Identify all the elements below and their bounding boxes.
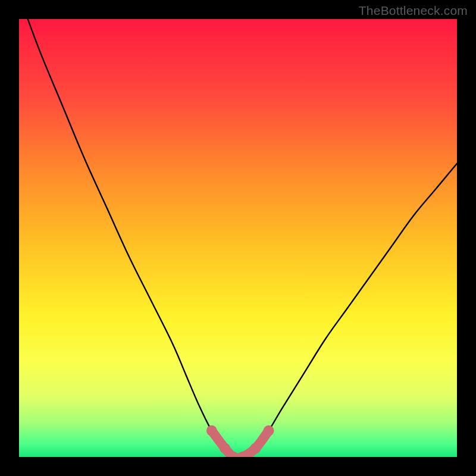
- bottleneck-curve-svg: [19, 19, 457, 457]
- plot-area: [19, 19, 457, 457]
- chart-frame: TheBottleneck.com: [0, 0, 476, 476]
- optimal-point-dot: [250, 443, 261, 453]
- optimal-point-dot: [206, 425, 217, 436]
- optimal-point-dot: [264, 425, 274, 436]
- bottleneck-curve: [28, 19, 457, 457]
- optimal-point-dot: [220, 443, 230, 453]
- watermark-label: TheBottleneck.com: [359, 4, 468, 18]
